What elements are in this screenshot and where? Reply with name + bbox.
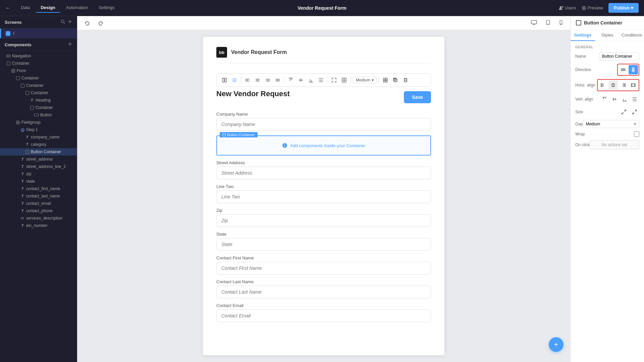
tab-design[interactable]: Design xyxy=(36,3,60,13)
tree-item-contact_first_name[interactable]: Tcontact_first_name xyxy=(0,185,77,192)
tree-item-container1[interactable]: Container xyxy=(0,60,77,67)
tree-item-state[interactable]: Tstate xyxy=(0,178,77,185)
line-two-input[interactable] xyxy=(216,190,431,203)
tablet-view-button[interactable] xyxy=(543,19,553,27)
fmt-fullscreen-icon[interactable] xyxy=(340,76,348,84)
vert-align-top-button[interactable] xyxy=(600,95,609,104)
canvas-toolbar xyxy=(77,16,570,30)
fmt-grid-icon[interactable] xyxy=(381,76,390,84)
contact-last-name-input[interactable] xyxy=(216,286,431,298)
tree-item-container5[interactable]: Container xyxy=(0,104,77,111)
tab-settings[interactable]: Settings xyxy=(571,30,595,41)
fmt-columns-icon[interactable] xyxy=(220,76,229,84)
fmt-delete-icon[interactable] xyxy=(401,76,410,84)
fmt-size-dropdown[interactable]: Medium ▾ xyxy=(353,77,377,83)
street-address-input[interactable] xyxy=(216,167,431,179)
zip-input[interactable] xyxy=(216,214,431,227)
app-logo: bb xyxy=(216,47,227,58)
contact-email-input[interactable] xyxy=(216,309,431,322)
save-button[interactable]: Save xyxy=(404,91,431,103)
tree-item-fieldgroup[interactable]: Fieldgroup xyxy=(0,119,77,126)
add-component-icon[interactable] xyxy=(68,42,72,47)
align-center-button[interactable] xyxy=(608,80,618,90)
fmt-distribute-icon[interactable] xyxy=(317,76,325,84)
tree-item-company_name[interactable]: Tcompany_name xyxy=(0,133,77,141)
size-expand-button[interactable] xyxy=(630,107,639,117)
tree-item-services_description[interactable]: services_description xyxy=(0,215,77,222)
size-buttons xyxy=(619,107,639,117)
preview-button[interactable]: Preview xyxy=(582,5,603,10)
add-screen-icon[interactable] xyxy=(68,19,72,25)
tree-item-heading[interactable]: THeading xyxy=(0,97,77,104)
mobile-view-button[interactable] xyxy=(556,19,566,27)
tree-item-street_address[interactable]: Tstreet_address xyxy=(0,156,77,163)
tree-item-contact_phone[interactable]: Tcontact_phone xyxy=(0,207,77,215)
users-button[interactable]: Users xyxy=(559,5,576,10)
tree-item-button_container[interactable]: Button Container xyxy=(0,148,77,156)
company-name-input[interactable] xyxy=(216,118,431,131)
back-button[interactable]: ← xyxy=(5,5,11,11)
redo-button[interactable] xyxy=(96,19,106,27)
tree-item-contact_email[interactable]: Tcontact_email xyxy=(0,200,77,207)
fmt-valign-top-icon[interactable] xyxy=(286,76,295,84)
fmt-align-center-icon[interactable] xyxy=(253,76,262,84)
tree-item-category[interactable]: Tcategory xyxy=(0,141,77,148)
tab-automation[interactable]: Automation xyxy=(61,3,93,13)
fmt-expand-icon[interactable] xyxy=(330,76,338,84)
align-stretch-button[interactable] xyxy=(629,80,638,90)
state-input[interactable] xyxy=(216,238,431,251)
fmt-align-left-icon[interactable] xyxy=(243,76,252,84)
name-input[interactable] xyxy=(599,52,639,60)
chevron-down-icon: ▾ xyxy=(631,5,633,10)
tree-item-form[interactable]: Form xyxy=(0,67,77,74)
vert-align-bottom-button[interactable] xyxy=(620,95,629,104)
gap-select[interactable]: Small Medium Large xyxy=(583,120,639,128)
tree-item-label-zip: zip xyxy=(26,172,31,176)
tree-item-contact_last_name[interactable]: Tcontact_last_name xyxy=(0,192,77,200)
tree-item-label-category: category xyxy=(31,142,46,147)
fmt-list-icon[interactable] xyxy=(230,76,239,84)
tree-item-navigation[interactable]: Navigation xyxy=(0,52,77,60)
size-shrink-button[interactable] xyxy=(619,107,629,117)
vert-align-distribute-button[interactable] xyxy=(630,95,639,104)
fmt-justify-icon[interactable] xyxy=(273,76,282,84)
tree-item-button[interactable]: Button xyxy=(0,111,77,119)
publish-button[interactable]: Publish ▾ xyxy=(608,3,639,13)
canvas-scroll[interactable]: bb Vendor Request Form xyxy=(77,30,570,362)
add-components-hint[interactable]: i Add components inside your Container xyxy=(282,143,365,148)
fmt-valign-middle-icon[interactable] xyxy=(297,76,305,84)
fmt-align-right-icon[interactable] xyxy=(263,76,272,84)
tab-data[interactable]: Data xyxy=(16,3,35,13)
tree-item-label-contact_last_name: contact_last_name xyxy=(26,194,60,198)
direction-vertical-button[interactable] xyxy=(629,65,638,74)
tab-settings[interactable]: Settings xyxy=(94,3,119,13)
screens-title: Screens xyxy=(5,20,22,25)
align-left-button[interactable] xyxy=(598,80,608,90)
tree-item-ein_number[interactable]: Tein_number xyxy=(0,222,77,229)
tree-item-container2[interactable]: Container xyxy=(0,74,77,82)
tree-item-street_address_line_2[interactable]: Tstreet_address_line_2 xyxy=(0,163,77,170)
fab-button[interactable]: + xyxy=(549,337,564,352)
search-icon[interactable] xyxy=(61,19,65,25)
desktop-view-button[interactable] xyxy=(528,19,540,27)
contact-email-field-group: Contact Email xyxy=(216,303,431,322)
undo-button[interactable] xyxy=(82,19,92,27)
fmt-valign-bottom-icon[interactable] xyxy=(307,76,315,84)
tree-item-container4[interactable]: Container xyxy=(0,89,77,97)
align-right-button[interactable] xyxy=(619,80,628,90)
tree-item-step1[interactable]: SStep 1 xyxy=(0,126,77,133)
screen-item-root[interactable]: / xyxy=(0,28,77,38)
vert-align-middle-button[interactable] xyxy=(610,95,619,104)
svg-rect-65 xyxy=(383,78,385,80)
tab-conditions[interactable]: Conditions xyxy=(620,30,644,41)
tree-item-zip[interactable]: Tzip xyxy=(0,170,77,178)
on-click-value[interactable]: No actions set xyxy=(590,140,639,149)
svg-line-107 xyxy=(635,110,637,112)
tree-item-container3[interactable]: Container xyxy=(0,82,77,89)
tab-styles[interactable]: Styles xyxy=(595,30,620,41)
button-container[interactable]: Button Container i Add components inside… xyxy=(216,135,431,156)
direction-horizontal-button[interactable] xyxy=(619,65,628,74)
fmt-copy-icon[interactable] xyxy=(391,76,400,84)
wrap-checkbox[interactable] xyxy=(634,131,639,137)
contact-first-name-input[interactable] xyxy=(216,262,431,275)
